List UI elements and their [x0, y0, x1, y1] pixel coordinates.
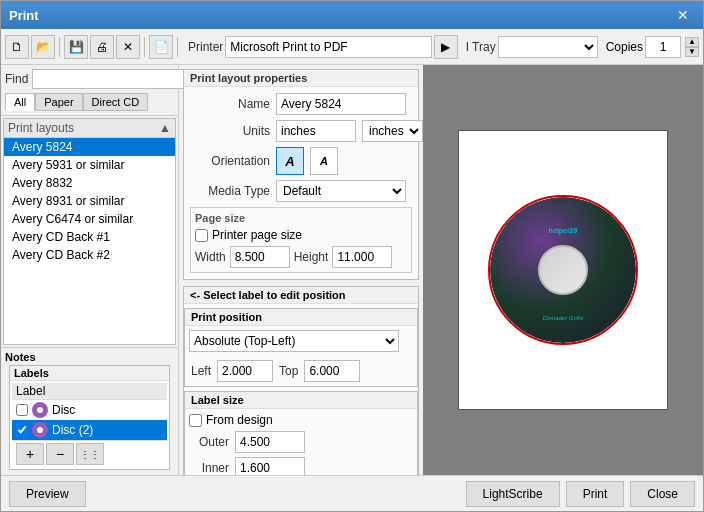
disc-label: Disc	[52, 403, 75, 417]
list-item[interactable]: Avery 8931 or similar	[4, 192, 175, 210]
print-btn[interactable]: 🖨	[90, 35, 114, 59]
close-window-button[interactable]: ✕	[671, 5, 695, 25]
print-button[interactable]: Print	[566, 481, 625, 507]
list-item[interactable]: Avery 5931 or similar	[4, 156, 175, 174]
delete-button[interactable]: ✕	[116, 35, 140, 59]
name-input[interactable]	[276, 93, 406, 115]
name-label: Name	[190, 97, 270, 111]
name-row: Name	[190, 93, 412, 115]
page-size-label: Page size	[195, 212, 407, 224]
label-size-group: Label size From design Outer Inner	[184, 391, 418, 475]
middle-panel: Print layout properties Name Units inche…	[179, 65, 423, 475]
disc-top-text: helper29	[549, 227, 578, 234]
print-layout-props-title: Print layout properties	[184, 70, 418, 87]
orientation-label: Orientation	[190, 154, 270, 168]
landscape-button[interactable]: A	[310, 147, 338, 175]
label-item-disc2[interactable]: Disc (2)	[12, 420, 167, 440]
left-panel: Find All Paper Direct CD Print layouts ▲…	[1, 65, 179, 475]
top-label: Top	[279, 364, 298, 378]
units-select[interactable]: inches cm mm	[362, 120, 423, 142]
list-item[interactable]: Avery CD Back #1	[4, 228, 175, 246]
tab-direct-cd[interactable]: Direct CD	[83, 93, 149, 111]
printer-page-size-label: Printer page size	[212, 228, 302, 242]
units-label: Units	[190, 124, 270, 138]
window-title: Print	[9, 8, 39, 23]
preview-panel: helper29 Dinnader Gofts	[423, 65, 703, 475]
preview-button[interactable]: Preview	[9, 481, 86, 507]
print-position-content: Absolute (Top-Left) Relative Center	[185, 326, 417, 356]
copies-input[interactable]	[645, 36, 681, 58]
portrait-button[interactable]: A	[276, 147, 304, 175]
toolbar-separator-2	[144, 37, 145, 57]
select-label-title: <- Select label to edit position	[184, 287, 418, 304]
tray-select[interactable]	[498, 36, 598, 58]
print-layout-props-group: Print layout properties Name Units inche…	[183, 69, 419, 280]
add-label-button[interactable]: +	[16, 443, 44, 465]
label-settings-button[interactable]: ⋮⋮	[76, 443, 104, 465]
label-column-header: Label	[12, 383, 167, 400]
height-input[interactable]	[332, 246, 392, 268]
new-button[interactable]: 🗋	[5, 35, 29, 59]
remove-label-button[interactable]: −	[46, 443, 74, 465]
list-item[interactable]: Avery CD Back #2	[4, 246, 175, 264]
printer-input[interactable]	[225, 36, 431, 58]
disc2-checkbox[interactable]	[16, 424, 28, 436]
label-size-title: Label size	[185, 392, 417, 409]
units-input[interactable]	[276, 120, 356, 142]
page-size-group: Page size Printer page size Width Height	[190, 207, 412, 273]
disc-hole	[538, 245, 588, 295]
inner-input[interactable]	[235, 457, 305, 475]
find-section: Find All Paper Direct CD	[1, 65, 178, 116]
printer-page-size-row: Printer page size	[195, 228, 407, 242]
copies-control: ▲ ▼	[645, 36, 699, 58]
disc-checkbox[interactable]	[16, 404, 28, 416]
list-item[interactable]: Avery 5824	[4, 138, 175, 156]
toolbar-separator-1	[59, 37, 60, 57]
media-type-select[interactable]: Default	[276, 180, 406, 202]
tab-paper[interactable]: Paper	[35, 93, 82, 111]
print-dialog: Print ✕ 🗋 📂 💾 🖨 ✕ 📄 Printer ▶ I Tray Cop…	[0, 0, 704, 512]
inner-label: Inner	[189, 461, 229, 475]
copies-down-button[interactable]: ▼	[685, 47, 699, 57]
labels-section: Labels Label Disc Disc (2)	[9, 365, 170, 470]
find-input[interactable]	[32, 69, 190, 89]
top-input[interactable]	[304, 360, 360, 382]
position-fields: Left Top	[185, 356, 417, 386]
label-item-disc[interactable]: Disc	[12, 400, 167, 420]
close-button[interactable]: Close	[630, 481, 695, 507]
copies-up-button[interactable]: ▲	[685, 37, 699, 47]
printer-page-size-checkbox[interactable]	[195, 229, 208, 242]
title-bar: Print ✕	[1, 1, 703, 29]
layout-list[interactable]: Print layouts ▲ Avery 5824 Avery 5931 or…	[3, 118, 176, 345]
from-design-row: From design	[189, 413, 413, 427]
print-position-select[interactable]: Absolute (Top-Left) Relative Center	[189, 330, 399, 352]
open-button[interactable]: 📂	[31, 35, 55, 59]
media-type-label: Media Type	[190, 184, 270, 198]
printer-settings-button[interactable]: ▶	[434, 35, 458, 59]
from-design-checkbox[interactable]	[189, 414, 202, 427]
labels-title: Labels	[10, 366, 169, 381]
print-layout-props-content: Name Units inches cm mm Orientation	[184, 87, 418, 279]
page-setup-button[interactable]: 📄	[149, 35, 173, 59]
copies-label: Copies	[606, 40, 643, 54]
toolbar-separator-3	[177, 37, 178, 57]
find-row: Find	[5, 69, 174, 89]
tab-all[interactable]: All	[5, 93, 35, 111]
disc-bottom-text: Dinnader Gofts	[543, 315, 583, 321]
left-label: Left	[191, 364, 211, 378]
notes-section: Notes Labels Label Disc Disc (2)	[1, 347, 178, 475]
width-input[interactable]	[230, 246, 290, 268]
width-label: Width	[195, 250, 226, 264]
left-input[interactable]	[217, 360, 273, 382]
lightscribe-button[interactable]: LightScribe	[466, 481, 560, 507]
list-item[interactable]: Avery C6474 or similar	[4, 210, 175, 228]
printer-label: Printer	[188, 40, 223, 54]
outer-input[interactable]	[235, 431, 305, 453]
list-item[interactable]: Avery 8832	[4, 174, 175, 192]
save-button[interactable]: 💾	[64, 35, 88, 59]
tray-label: I Tray	[466, 40, 496, 54]
from-design-label: From design	[206, 413, 273, 427]
disc2-icon	[32, 422, 48, 438]
print-position-title: Print position	[185, 309, 417, 326]
main-content: Find All Paper Direct CD Print layouts ▲…	[1, 65, 703, 475]
